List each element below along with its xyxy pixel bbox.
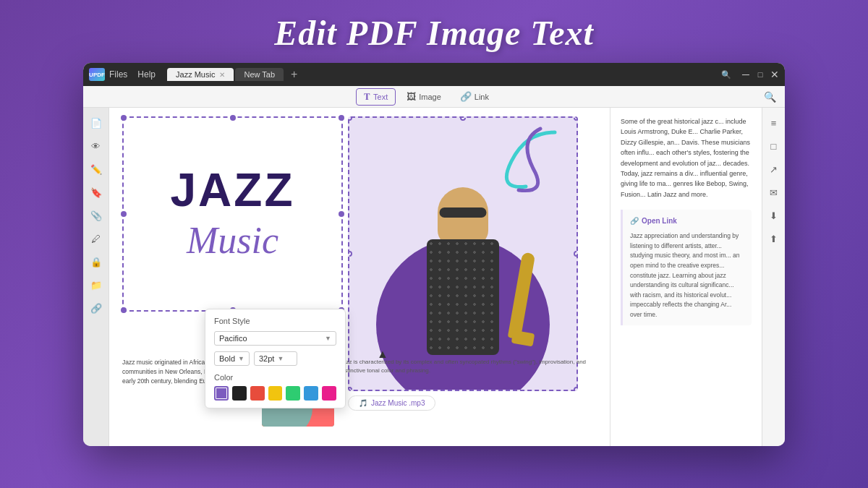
font-name-arrow-icon: ▼ xyxy=(325,335,331,342)
page-title: Edit PDF Image Text xyxy=(274,0,594,63)
toolbar: 𝐓 Text 🖼 Image 🔗 Link 🔍 xyxy=(83,86,785,108)
handle-mid-right[interactable] xyxy=(339,211,344,217)
color-swatch-blue[interactable] xyxy=(304,386,318,401)
sidebar-left: 📄 👁 ✏️ 🔖 📎 🖊 🔒 📁 🔗 xyxy=(83,108,109,446)
right-panel: Some of the great historical jazz c... i… xyxy=(610,108,762,446)
decorative-curves-svg xyxy=(482,125,569,197)
tab-jazz-music[interactable]: Jazz Music ✕ xyxy=(167,68,234,81)
tab-jazz-close-icon[interactable]: ✕ xyxy=(219,71,225,79)
open-link-section: 🔗 Open Link Jazz appreciation and unders… xyxy=(621,210,752,325)
handle-bot-left[interactable] xyxy=(121,307,127,313)
toolbar-link-button[interactable]: 🔗 Link xyxy=(452,88,497,105)
right-panel-main-text: Some of the great historical jazz c... i… xyxy=(621,116,752,200)
sidebar-right-pages-icon[interactable]: □ xyxy=(765,137,783,155)
sidebar-view-icon[interactable]: 👁 xyxy=(87,137,106,155)
link-toolbar-icon: 🔗 xyxy=(460,91,472,102)
handle-top-mid[interactable] xyxy=(230,115,236,121)
app-logo: UPDF xyxy=(89,68,105,81)
font-name-row: Pacifico ▼ xyxy=(214,331,336,346)
menu-bar: Files Help xyxy=(109,69,156,80)
handle-mid-left[interactable] xyxy=(121,211,127,217)
main-content: 📄 👁 ✏️ 🔖 📎 🖊 🔒 📁 🔗 xyxy=(83,108,785,446)
toolbar-text-label: Text xyxy=(373,93,388,101)
tab-new-tab-label: New Tab xyxy=(244,70,275,79)
app-window: UPDF Files Help Jazz Music ✕ New Tab + 🔍… xyxy=(83,63,785,446)
jazz-link-icon: 🎵 xyxy=(359,399,367,407)
jazz-title-text: JAZZ xyxy=(171,167,295,213)
window-controls: 🔍 ─ □ ✕ xyxy=(721,70,779,80)
menu-help[interactable]: Help xyxy=(137,69,156,80)
color-swatch-purple[interactable] xyxy=(214,386,229,401)
title-bar: UPDF Files Help Jazz Music ✕ New Tab + 🔍… xyxy=(83,63,785,86)
sidebar-right-download-icon[interactable]: ⬇ xyxy=(765,206,783,225)
pdf-canvas: JAZZ Music Font Style Pacifico ▼ Bold xyxy=(109,108,610,446)
link-icon: 🔗 xyxy=(630,215,639,227)
font-size-value: 32pt xyxy=(259,354,274,363)
open-link-body-text: Jazz appreciation and understanding by l… xyxy=(630,231,744,320)
sidebar-document-icon[interactable]: 📄 xyxy=(87,114,106,132)
handle-top-right[interactable] xyxy=(339,115,344,121)
sidebar-lock-icon[interactable]: 🔒 xyxy=(87,252,106,271)
maximize-button[interactable]: □ xyxy=(756,70,765,79)
open-link-title[interactable]: 🔗 Open Link xyxy=(630,215,744,227)
font-popup-title: Font Style xyxy=(214,317,336,325)
font-style-arrow-icon: ▼ xyxy=(238,355,244,362)
jazz-link-label: Jazz Music .mp3 xyxy=(371,399,425,407)
text-selection-box[interactable]: JAZZ Music xyxy=(122,116,343,312)
color-swatch-red[interactable] xyxy=(250,386,265,401)
minimize-button[interactable]: ─ xyxy=(741,70,750,79)
jazz-subtitle-text: Music xyxy=(187,219,278,262)
toolbar-text-button[interactable]: 𝐓 Text xyxy=(356,88,396,106)
toolbar-search-icon[interactable]: 🔍 xyxy=(764,91,776,103)
open-link-label: Open Link xyxy=(642,215,677,227)
color-section-label: Color xyxy=(214,373,336,382)
font-style-popup: Font Style Pacifico ▼ Bold ▼ 32p xyxy=(205,309,346,408)
sidebar-right-email-icon[interactable]: ✉ xyxy=(765,183,783,202)
font-style-value: Bold xyxy=(219,354,235,363)
jazz-music-link[interactable]: 🎵 Jazz Music .mp3 xyxy=(348,395,435,411)
sidebar-pen-icon[interactable]: 🖊 xyxy=(87,229,106,248)
font-name-value: Pacifico xyxy=(219,334,247,343)
sidebar-right-upload-icon[interactable]: ⬆ xyxy=(765,229,783,248)
font-style-row: Bold ▼ 32pt ▼ xyxy=(214,351,336,366)
font-size-arrow-icon: ▼ xyxy=(277,355,284,362)
toolbar-image-button[interactable]: 🖼 Image xyxy=(399,88,449,105)
color-swatch-black[interactable] xyxy=(232,386,247,401)
color-swatches xyxy=(214,386,336,401)
text-toolbar-icon: 𝐓 xyxy=(364,91,370,103)
tab-add-button[interactable]: + xyxy=(285,68,303,81)
font-style-select[interactable]: Bold ▼ xyxy=(214,351,250,366)
sidebar-edit-icon[interactable]: ✏️ xyxy=(87,160,106,179)
color-swatch-yellow[interactable] xyxy=(268,386,283,401)
handle-top-left[interactable] xyxy=(121,115,127,121)
sidebar-right-menu-icon[interactable]: ≡ xyxy=(765,114,783,132)
toolbar-image-label: Image xyxy=(419,93,441,101)
sidebar-folder-icon[interactable]: 📁 xyxy=(87,275,106,294)
color-swatch-green[interactable] xyxy=(286,386,300,401)
image-toolbar-icon: 🖼 xyxy=(407,91,416,102)
sidebar-right: ≡ □ ↗ ✉ ⬇ ⬆ xyxy=(762,108,785,446)
mouse-cursor-main: ▲ xyxy=(377,348,388,361)
font-name-select[interactable]: Pacifico ▼ xyxy=(214,331,336,346)
sidebar-attachment-icon[interactable]: 📎 xyxy=(87,206,106,225)
tab-bar: Jazz Music ✕ New Tab + xyxy=(167,68,303,81)
tab-jazz-music-label: Jazz Music xyxy=(176,70,215,79)
sidebar-bookmark-icon[interactable]: 🔖 xyxy=(87,183,106,202)
tab-new-tab[interactable]: New Tab xyxy=(235,68,284,81)
font-size-select[interactable]: 32pt ▼ xyxy=(254,351,297,366)
color-swatch-pink[interactable] xyxy=(322,386,336,401)
pdf-page: JAZZ Music Font Style Pacifico ▼ Bold xyxy=(109,108,610,446)
search-titlebar-icon[interactable]: 🔍 xyxy=(721,70,731,80)
sidebar-right-share-icon[interactable]: ↗ xyxy=(765,160,783,179)
sidebar-link-icon[interactable]: 🔗 xyxy=(87,299,106,317)
menu-files[interactable]: Files xyxy=(109,69,127,80)
close-button[interactable]: ✕ xyxy=(770,70,779,79)
toolbar-link-label: Link xyxy=(475,93,489,101)
